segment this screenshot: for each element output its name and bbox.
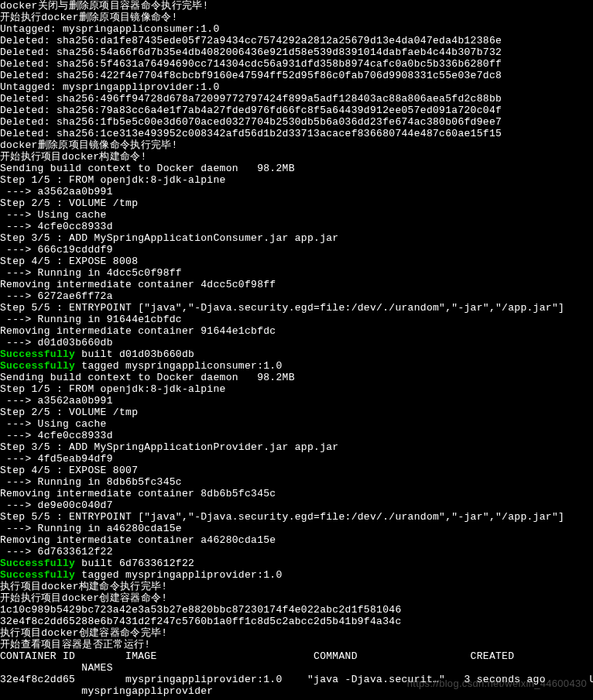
terminal-segment: Step 5/5 : ENTRYPOINT ["java","-Djava.se… [0, 511, 564, 523]
terminal-segment: Successfully [0, 348, 75, 360]
terminal-segment: Successfully [0, 558, 75, 569]
terminal-line: ---> Using cache [0, 209, 593, 221]
terminal-segment: Step 3/5 : ADD MySpringApplicationConsum… [0, 232, 338, 244]
terminal-segment: ---> Using cache [0, 418, 107, 430]
terminal-line: ---> a3562aa0b991 [0, 395, 593, 407]
terminal-line: 开始执行项目docker创建容器命令! [0, 592, 593, 604]
terminal-segment: Step 5/5 : ENTRYPOINT ["java","-Djava.se… [0, 302, 564, 314]
terminal-segment: Step 4/5 : EXPOSE 8007 [0, 465, 138, 476]
terminal-line: Successfully built 6d7633612f22 [0, 558, 593, 569]
terminal-segment: 32e4f8c2dd65288e6b7431d2f247c5760b1a0ff1… [0, 616, 401, 627]
terminal-segment: Step 2/5 : VOLUME /tmp [0, 197, 138, 209]
terminal-line: ---> Running in 8db6b5fc345c [0, 476, 593, 488]
terminal-segment: Deleted: sha256:1fb5e5c00e3d6070aced0327… [0, 116, 502, 128]
terminal-segment: Removing intermediate container 91644e1c… [0, 325, 276, 337]
terminal-segment: 开始执行docker删除原项目镜像命令! [0, 12, 178, 23]
terminal-line: Step 5/5 : ENTRYPOINT ["java","-Djava.se… [0, 511, 593, 523]
terminal-line: CONTAINER ID IMAGE COMMAND CREATED STAT [0, 650, 593, 662]
terminal-segment: built d01d03b660db [75, 348, 194, 360]
terminal-segment: Step 4/5 : EXPOSE 8008 [0, 256, 138, 267]
terminal-segment: tagged myspringappliconsumer:1.0 [75, 360, 282, 372]
terminal-line: Removing intermediate container 91644e1c… [0, 325, 593, 337]
terminal-segment: 执行项目docker构建命令执行完毕! [0, 581, 167, 592]
terminal-line: Successfully tagged myspringappliconsume… [0, 360, 593, 372]
terminal-line: Step 3/5 : ADD MySpringApplicationProvid… [0, 441, 593, 453]
terminal-segment: ---> de9e00c040d7 [0, 499, 113, 511]
terminal-line: ---> 4cfe0cc8933d [0, 221, 593, 232]
terminal-line: Deleted: sha256:1ce313e493952c008342afd5… [0, 128, 593, 139]
terminal-segment: 1c10c989b5429bc723a42e3a53b27e8820bbc872… [0, 604, 401, 616]
terminal-segment: ---> d01d03b660db [0, 337, 113, 348]
terminal-line: Untagged: myspringappliprovider:1.0 [0, 81, 593, 93]
terminal-line: docker删除原项目镜像命令执行完毕! [0, 139, 593, 151]
terminal-segment: Step 2/5 : VOLUME /tmp [0, 407, 138, 418]
terminal-segment: Deleted: sha256:da1fe87435ede05f72a9434c… [0, 35, 502, 46]
terminal-segment: 开始执行项目docker构建命令! [0, 151, 147, 163]
terminal-segment: ---> Running in a46280cda15e [0, 523, 182, 534]
terminal-segment: ---> 4cfe0cc8933d [0, 221, 113, 232]
terminal-line: Step 2/5 : VOLUME /tmp [0, 197, 593, 209]
terminal-line: ---> 4cfe0cc8933d [0, 430, 593, 441]
terminal-line: Removing intermediate container 4dcc5c0f… [0, 279, 593, 290]
terminal-line: 开始查看项目容器是否正常运行! [0, 639, 593, 650]
terminal-line: 1c10c989b5429bc723a42e3a53b27e8820bbc872… [0, 604, 593, 616]
terminal-segment: ---> a3562aa0b991 [0, 395, 113, 407]
terminal-segment: Step 1/5 : FROM openjdk:8-jdk-alpine [0, 174, 226, 186]
terminal-line: 开始执行docker删除原项目镜像命令! [0, 12, 593, 23]
terminal-line: Deleted: sha256:54a66f6d7b35e4db40820064… [0, 46, 593, 58]
terminal-line: NAMES [0, 662, 593, 674]
terminal-segment: ---> Running in 4dcc5c0f98ff [0, 267, 182, 279]
terminal-segment: ---> 4cfe0cc8933d [0, 430, 113, 441]
terminal-line: Step 1/5 : FROM openjdk:8-jdk-alpine [0, 383, 593, 395]
terminal-line: docker关闭与删除原项目容器命令执行完毕! [0, 0, 593, 12]
terminal-segment: myspringappliprovider [0, 685, 213, 697]
terminal-line: ---> Running in 4dcc5c0f98ff [0, 267, 593, 279]
terminal-line: ---> 6d7633612f22 [0, 546, 593, 558]
terminal-segment: Deleted: sha256:1ce313e493952c008342afd5… [0, 128, 502, 139]
terminal-line: 执行项目docker构建命令执行完毕! [0, 581, 593, 592]
terminal-segment: ---> 6272ae6ff72a [0, 290, 113, 302]
terminal-line: ---> Running in 91644e1cbfdc [0, 314, 593, 325]
terminal-line: 32e4f8c2dd65288e6b7431d2f247c5760b1a0ff1… [0, 616, 593, 627]
terminal-line: ---> 6272ae6ff72a [0, 290, 593, 302]
terminal-line: Removing intermediate container a46280cd… [0, 534, 593, 546]
terminal-segment: Deleted: sha256:79a83cc6a4e1f7ab4a27fded… [0, 105, 502, 116]
terminal-line: ---> 666c19cdddf9 [0, 244, 593, 256]
terminal-segment: 执行项目docker创建容器命令完毕! [0, 627, 167, 639]
terminal-line: Step 2/5 : VOLUME /tmp [0, 407, 593, 418]
terminal-segment: docker关闭与删除原项目容器命令执行完毕! [0, 0, 209, 12]
terminal-segment: ---> 4fd5eab94df9 [0, 453, 113, 465]
terminal-segment: Step 1/5 : FROM openjdk:8-jdk-alpine [0, 383, 226, 395]
terminal-segment: 开始查看项目容器是否正常运行! [0, 639, 150, 650]
terminal-segment: tagged myspringappliprovider:1.0 [75, 569, 282, 581]
terminal-segment: ---> a3562aa0b991 [0, 186, 113, 197]
terminal-output[interactable]: docker关闭与删除原项目容器命令执行完毕!开始执行docker删除原项目镜像… [0, 0, 593, 697]
terminal-segment: CONTAINER ID IMAGE COMMAND CREATED STAT [0, 650, 593, 662]
terminal-line: ---> Running in a46280cda15e [0, 523, 593, 534]
terminal-line: ---> 4fd5eab94df9 [0, 453, 593, 465]
terminal-segment: ---> 6d7633612f22 [0, 546, 113, 558]
terminal-segment: Sending build context to Docker daemon 9… [0, 372, 295, 383]
terminal-line: Untagged: myspringappliconsumer:1.0 [0, 23, 593, 35]
terminal-line: Step 4/5 : EXPOSE 8008 [0, 256, 593, 267]
terminal-line: Deleted: sha256:79a83cc6a4e1f7ab4a27fded… [0, 105, 593, 116]
terminal-segment: Successfully [0, 360, 75, 372]
terminal-line: 开始执行项目docker构建命令! [0, 151, 593, 163]
terminal-segment: 开始执行项目docker创建容器命令! [0, 592, 167, 604]
terminal-segment: Sending build context to Docker daemon 9… [0, 163, 295, 174]
terminal-segment: Deleted: sha256:5f4631a76494690cc714304c… [0, 58, 502, 70]
terminal-segment: Untagged: myspringappliconsumer:1.0 [0, 23, 220, 35]
terminal-line: Step 3/5 : ADD MySpringApplicationConsum… [0, 232, 593, 244]
terminal-segment: ---> 666c19cdddf9 [0, 244, 113, 256]
terminal-segment: ---> Running in 8db6b5fc345c [0, 476, 182, 488]
terminal-line: Step 1/5 : FROM openjdk:8-jdk-alpine [0, 174, 593, 186]
terminal-segment: Removing intermediate container a46280cd… [0, 534, 276, 546]
terminal-segment: docker删除原项目镜像命令执行完毕! [0, 139, 178, 151]
terminal-segment: Step 3/5 : ADD MySpringApplicationProvid… [0, 441, 338, 453]
terminal-line: Deleted: sha256:da1fe87435ede05f72a9434c… [0, 35, 593, 46]
terminal-line: Successfully built d01d03b660db [0, 348, 593, 360]
watermark-text: https://blog.csdn.net/weixin_44600430 [407, 678, 587, 689]
terminal-line: Step 5/5 : ENTRYPOINT ["java","-Djava.se… [0, 302, 593, 314]
terminal-line: ---> d01d03b660db [0, 337, 593, 348]
terminal-line: ---> a3562aa0b991 [0, 186, 593, 197]
